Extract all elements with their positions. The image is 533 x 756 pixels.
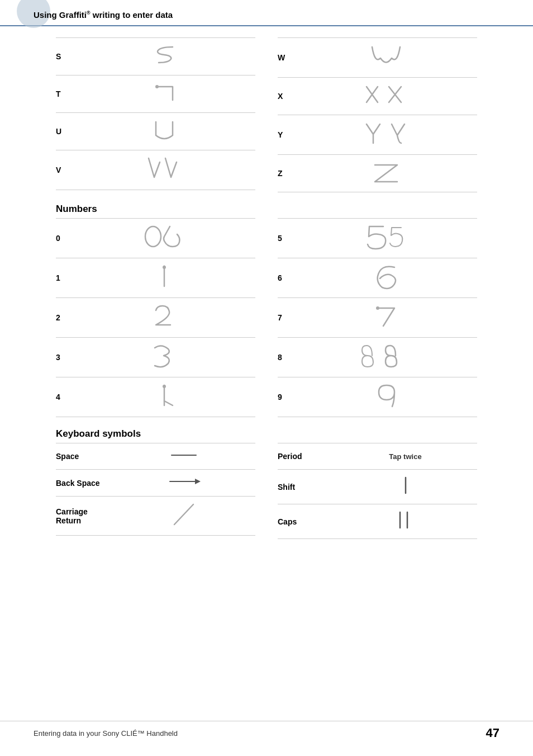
letters-col-right: W X Y <box>266 37 477 192</box>
char-glyph-s <box>73 41 255 72</box>
kbd-row-period: Period Tap twice <box>278 443 477 470</box>
keyboard-section-title: Keyboard symbols <box>56 428 477 440</box>
kbd-glyph-shift <box>334 475 477 498</box>
num-glyph-2 <box>73 301 255 334</box>
table-row: 5 <box>278 218 477 258</box>
page-header: Using Graffiti® writing to enter data <box>0 0 533 26</box>
kbd-col-left: Space Back Space CarriageReturn <box>56 443 266 539</box>
table-row: S <box>56 37 255 75</box>
num-label-1: 1 <box>56 273 73 282</box>
numbers-col-right: 5 6 7 <box>266 218 477 417</box>
kbd-glyph-carriage-return <box>112 502 255 530</box>
char-label-w: W <box>278 53 294 62</box>
table-row: W <box>278 37 477 78</box>
kbd-label-caps: Caps <box>278 517 334 526</box>
kbd-row-backspace: Back Space <box>56 470 255 497</box>
kbd-glyph-space <box>112 450 255 464</box>
letters-col-left: S T U <box>56 37 266 192</box>
kbd-label-backspace: Back Space <box>56 479 112 488</box>
num-glyph-0 <box>73 222 255 254</box>
kbd-label-shift: Shift <box>278 483 334 492</box>
table-row: T <box>56 75 255 113</box>
char-glyph-v <box>73 154 255 186</box>
char-label-u: U <box>56 127 73 136</box>
footer-page-number: 47 <box>486 726 499 740</box>
numbers-col-left: 0 1 <box>56 218 266 417</box>
table-row: 1 <box>56 258 255 298</box>
num-label-3: 3 <box>56 353 73 362</box>
char-label-v: V <box>56 166 73 174</box>
char-glyph-z <box>294 158 477 188</box>
num-glyph-6 <box>294 262 477 294</box>
num-glyph-9 <box>294 381 477 413</box>
kbd-glyph-backspace <box>112 476 255 490</box>
table-row: Z <box>278 155 477 192</box>
table-row: U <box>56 113 255 150</box>
num-glyph-8 <box>294 341 477 374</box>
svg-point-1 <box>145 226 161 247</box>
num-label-0: 0 <box>56 234 73 243</box>
svg-point-3 <box>163 385 166 388</box>
svg-point-2 <box>163 266 166 269</box>
num-glyph-5 <box>294 222 477 254</box>
char-glyph-t <box>73 79 255 109</box>
table-row: 6 <box>278 258 477 298</box>
kbd-row-carriage-return: CarriageReturn <box>56 497 255 536</box>
char-glyph-x <box>294 81 477 111</box>
table-row: 3 <box>56 338 255 377</box>
table-row: 2 <box>56 298 255 338</box>
num-glyph-3 <box>73 341 255 374</box>
char-glyph-w <box>294 41 477 74</box>
keyboard-table: Space Back Space CarriageReturn <box>56 443 477 539</box>
main-content: S T U <box>0 32 533 561</box>
char-label-t: T <box>56 89 73 98</box>
numbers-table: 0 1 <box>56 218 477 417</box>
kbd-label-space: Space <box>56 452 112 461</box>
kbd-glyph-caps <box>334 510 477 533</box>
num-label-7: 7 <box>278 313 294 322</box>
char-label-z: Z <box>278 169 294 178</box>
table-row: X <box>278 78 477 115</box>
kbd-col-right: Period Tap twice Shift Caps <box>266 443 477 539</box>
num-label-5: 5 <box>278 234 294 243</box>
kbd-row-space: Space <box>56 443 255 470</box>
table-row: 7 <box>278 298 477 338</box>
kbd-label-period: Period <box>278 452 334 461</box>
char-label-y: Y <box>278 130 294 139</box>
kbd-glyph-period: Tap twice <box>334 452 477 461</box>
kbd-label-carriage-return: CarriageReturn <box>56 507 112 525</box>
num-label-8: 8 <box>278 353 294 362</box>
num-glyph-7 <box>294 301 477 334</box>
svg-marker-7 <box>195 479 201 484</box>
table-row: 8 <box>278 338 477 377</box>
num-label-6: 6 <box>278 273 294 282</box>
char-label-s: S <box>56 52 73 61</box>
table-row: V <box>56 150 255 190</box>
num-label-2: 2 <box>56 313 73 322</box>
kbd-row-caps: Caps <box>278 504 477 539</box>
table-row: 4 <box>56 377 255 417</box>
footer-text: Entering data in your Sony CLIÉ™ Handhel… <box>34 729 178 738</box>
header-title: Using Graffiti® writing to enter data <box>34 10 173 20</box>
kbd-row-shift: Shift <box>278 470 477 504</box>
num-glyph-1 <box>73 262 255 294</box>
page-footer: Entering data in your Sony CLIÉ™ Handhel… <box>0 721 533 745</box>
num-glyph-4 <box>73 381 255 413</box>
char-label-x: X <box>278 92 294 101</box>
letters-table: S T U <box>56 37 477 192</box>
table-row: 9 <box>278 377 477 417</box>
num-label-9: 9 <box>278 393 294 401</box>
numbers-section-title: Numbers <box>56 204 477 215</box>
num-label-4: 4 <box>56 393 73 401</box>
table-row: 0 <box>56 218 255 258</box>
table-row: Y <box>278 115 477 155</box>
char-glyph-y <box>294 119 477 151</box>
char-glyph-u <box>73 116 255 147</box>
